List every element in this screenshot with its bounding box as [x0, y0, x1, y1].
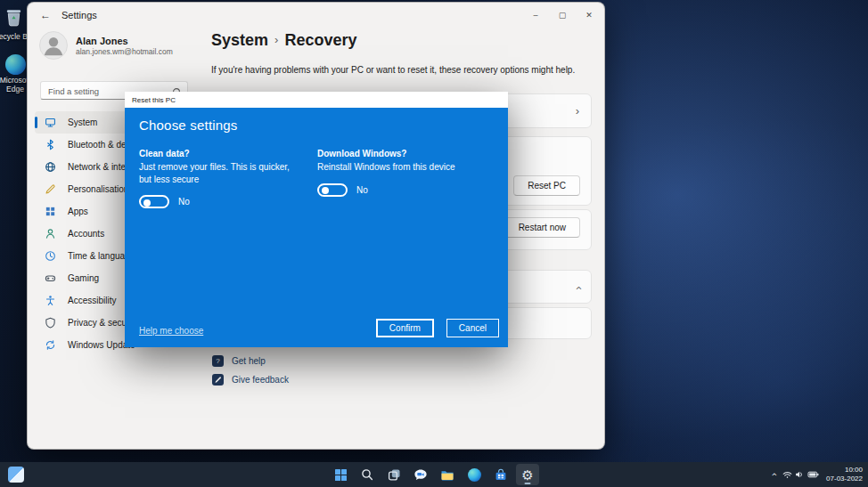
accessibility-icon	[45, 295, 56, 306]
window-title: Settings	[61, 10, 97, 20]
privacy-icon	[45, 317, 56, 329]
download-windows-toggle[interactable]	[317, 183, 348, 197]
dialog-heading: Choose settings	[139, 118, 238, 133]
update-icon	[45, 339, 56, 351]
window-controls: – ▢ ✕	[522, 3, 602, 28]
bluetooth-icon	[45, 139, 56, 150]
download-windows-option: Download Windows? Reinstall Windows from…	[317, 149, 497, 208]
get-help-label: Get help	[232, 356, 266, 366]
personalisation-icon	[45, 183, 56, 195]
give-feedback-label: Give feedback	[232, 375, 289, 385]
chevron-right-icon: ›	[576, 104, 579, 118]
reset-pc-button[interactable]: Reset PC	[513, 175, 580, 196]
toggle-knob	[143, 199, 151, 207]
toggle-state-label: No	[178, 197, 190, 207]
taskbar-file-explorer-icon[interactable]	[436, 464, 459, 485]
accounts-icon	[45, 228, 56, 239]
apps-icon	[45, 206, 56, 217]
option-title: Clean data?	[139, 149, 303, 158]
get-help-link[interactable]: ? Get help	[212, 355, 266, 367]
page-title: Recovery	[284, 31, 356, 49]
taskbar: ⚙ ›	[0, 462, 868, 487]
sidebar-item-label: Apps	[68, 207, 88, 216]
recycle-bin-icon	[3, 6, 25, 31]
help-me-choose-link[interactable]: Help me choose	[139, 326, 203, 336]
minimize-button[interactable]: –	[522, 3, 549, 28]
sidebar-item-label: Accounts	[68, 229, 104, 239]
taskbar-settings-icon[interactable]: ⚙	[516, 464, 539, 485]
dialog-title: Reset this PC	[132, 96, 176, 104]
sidebar-item-label: Personalisation	[68, 184, 128, 194]
feedback-icon	[212, 374, 224, 386]
page-description: If you're having problems with your PC o…	[211, 65, 575, 75]
system-icon	[45, 117, 56, 128]
cancel-button[interactable]: Cancel	[446, 319, 499, 337]
restart-now-button[interactable]: Restart now	[504, 217, 580, 238]
taskbar-edge-icon[interactable]	[463, 464, 486, 485]
network-icon	[45, 161, 56, 173]
widgets-icon[interactable]	[8, 467, 24, 483]
edge-icon	[5, 54, 26, 75]
window-titlebar: ← Settings	[28, 3, 604, 28]
clock-date: 07-03-2022	[826, 475, 863, 483]
taskbar-clock[interactable]: 10:00 07-03-2022	[826, 466, 863, 483]
sidebar-item-label: System	[68, 118, 97, 127]
avatar	[39, 31, 68, 60]
breadcrumb-root[interactable]: System	[211, 31, 268, 49]
clean-data-toggle[interactable]	[139, 195, 169, 208]
profile-email: alan.jones.wm@hotmail.com	[76, 47, 173, 56]
toggle-knob	[322, 187, 329, 194]
reset-pc-dialog: Reset this PC Choose settings Clean data…	[125, 92, 508, 347]
tray-chevron-up-icon[interactable]: ›	[768, 473, 779, 476]
taskbar-task-view-icon[interactable]	[382, 464, 405, 485]
network-icon	[782, 467, 792, 483]
taskbar-store-icon[interactable]	[489, 464, 512, 485]
tray-status-cluster[interactable]	[782, 467, 819, 483]
taskbar-search-icon[interactable]	[356, 464, 379, 485]
desktop: Recycle Bin Microsoft Edge ← Settings – …	[0, 0, 868, 487]
option-description: Reinstall Windows from this device	[317, 161, 497, 174]
dialog-body: Choose settings Clean data? Just remove …	[125, 108, 508, 347]
gaming-icon	[45, 272, 56, 284]
volume-icon	[795, 467, 805, 483]
system-tray: ›	[772, 462, 863, 487]
taskbar-chat-icon[interactable]	[409, 464, 432, 485]
taskbar-start-button[interactable]	[329, 464, 352, 485]
clean-data-option: Clean data? Just remove your files. This…	[139, 149, 317, 208]
close-button[interactable]: ✕	[576, 3, 602, 28]
user-profile: Alan Jones alan.jones.wm@hotmail.com	[39, 31, 173, 60]
clock-time: 10:00	[826, 466, 863, 475]
chevron-up-icon: ›	[570, 286, 584, 289]
time-icon	[45, 250, 56, 262]
option-title: Download Windows?	[317, 149, 497, 158]
sidebar-item-label: Accessibility	[68, 296, 116, 305]
confirm-button[interactable]: Confirm	[376, 319, 434, 337]
dialog-titlebar: Reset this PC	[125, 92, 508, 108]
toggle-state-label: No	[356, 185, 368, 195]
maximize-button[interactable]: ▢	[549, 3, 576, 28]
taskbar-apps: ⚙	[329, 464, 539, 485]
breadcrumb-separator: ›	[274, 33, 278, 46]
battery-icon	[807, 467, 819, 483]
sidebar-item-label: Gaming	[68, 273, 99, 283]
back-button[interactable]: ←	[40, 9, 51, 21]
profile-name: Alan Jones	[76, 36, 173, 46]
option-description: Just remove your files. This is quicker,…	[139, 161, 303, 185]
give-feedback-link[interactable]: Give feedback	[212, 374, 289, 386]
get-help-icon: ?	[212, 355, 224, 367]
breadcrumb: System›Recovery	[211, 31, 356, 50]
